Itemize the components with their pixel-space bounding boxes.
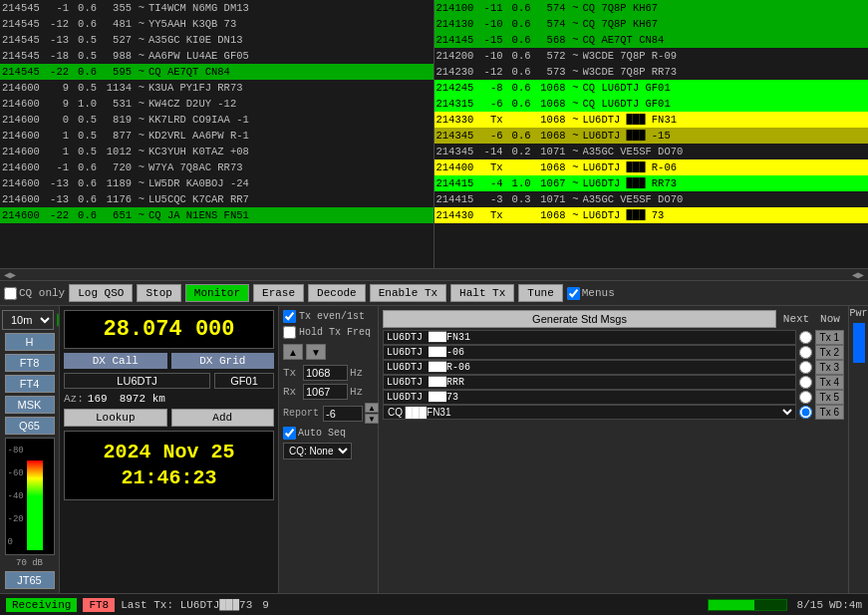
col-db: -1 [44, 0, 72, 16]
col-db: -13 [44, 175, 72, 191]
band-selector[interactable]: 10m [2, 310, 54, 330]
tx-btn-1[interactable]: Tx 2 [815, 345, 844, 360]
col-freq: 574 [534, 16, 569, 32]
table-row[interactable]: 214345 -14 0.2 1071 ~ A35GC VE5SF DO70 [434, 144, 869, 159]
cq-only-checkbox[interactable] [4, 287, 17, 300]
tx-btn-3[interactable]: Tx 4 [815, 375, 844, 390]
col-freq: 1071 [534, 191, 569, 207]
table-row[interactable]: 214230 -12 0.6 573 ~ W3CDE 7Q8P RR73 [434, 64, 869, 80]
tx-indicator [57, 313, 59, 327]
col-db: -22 [44, 64, 72, 80]
col-freq: 1068 [534, 159, 569, 175]
col-tilde: ~ [135, 32, 148, 48]
ft8-button[interactable]: FT8 [5, 354, 55, 372]
tx-btn-2[interactable]: Tx 3 [815, 360, 844, 375]
col-db: -12 [478, 64, 506, 80]
table-row[interactable]: 214330 Tx 1068 ~ LU6DTJ ███ FN31 [434, 112, 869, 128]
scroll-right3-icon[interactable]: ▶ [858, 269, 864, 281]
az-label: Az: [64, 393, 84, 405]
table-row[interactable]: 214545 -22 0.6 595 ~ CQ AE7QT CN84 [0, 64, 434, 80]
lookup-button[interactable]: Lookup [64, 409, 167, 427]
table-row[interactable]: 214600 -22 0.6 651 ~ CQ JA N1ENS FN51 [0, 207, 434, 223]
col-time: 214600 [2, 191, 44, 207]
table-row[interactable]: 214245 -8 0.6 1068 ~ CQ LU6DTJ GF01 [434, 80, 869, 96]
log-qso-button[interactable]: Log QSO [69, 284, 133, 302]
table-row[interactable]: 214545 -18 0.5 988 ~ AA6PW LU4AE GF05 [0, 48, 434, 64]
table-row[interactable]: 214315 -6 0.6 1068 ~ CQ LU6DTJ GF01 [434, 96, 869, 112]
arrow-buttons: ▲ ▼ [283, 344, 374, 360]
table-row[interactable]: 214415 -3 0.3 1071 ~ A35GC VE5SF DO70 [434, 191, 869, 207]
table-row[interactable]: 214600 1 0.5 877 ~ KD2VRL AA6PW R-1 [0, 128, 434, 144]
msg-radio-3[interactable] [799, 376, 812, 389]
table-row[interactable]: 214430 Tx 1068 ~ LU6DTJ ███ 73 [434, 207, 869, 223]
col-time: 214415 [436, 175, 478, 191]
table-row[interactable]: 214345 -6 0.6 1068 ~ LU6DTJ ███ -15 [434, 128, 869, 144]
stop-button[interactable]: Stop [137, 284, 180, 302]
table-row[interactable]: 214600 9 0.5 1134 ~ K3UA PY1FJ RR73 [0, 80, 434, 96]
msg-panel: Generate Std Msgs Next Now LU6DTJ ███FN3… [379, 306, 848, 593]
scroll-right-icon[interactable]: ▶ [10, 269, 16, 281]
decode-button[interactable]: Decode [308, 284, 366, 302]
jt65-button[interactable]: JT65 [5, 571, 55, 589]
report-down-button[interactable]: ▼ [365, 414, 379, 424]
msg-radio-2[interactable] [799, 361, 812, 374]
tune-button[interactable]: Tune [518, 284, 562, 302]
add-button[interactable]: Add [171, 409, 275, 427]
freq-up-button[interactable]: ▲ [283, 344, 303, 360]
frequency-display: 28.074 000 [64, 310, 274, 349]
tx-btn-4[interactable]: Tx 5 [815, 390, 844, 405]
freq-down-button[interactable]: ▼ [306, 344, 326, 360]
menus-checkbox-label[interactable]: Menus [567, 287, 615, 300]
dx-call-label: DX Call [64, 353, 167, 369]
table-row[interactable]: 214145 -15 0.6 568 ~ CQ AE7QT CN84 [434, 32, 869, 48]
msg-radio-0[interactable] [799, 331, 812, 344]
menus-checkbox[interactable] [567, 287, 580, 300]
col-dt: 0.6 [72, 207, 100, 223]
autoseq-checkbox[interactable] [283, 427, 296, 440]
hold-tx-label: Hold Tx Freq [299, 327, 371, 338]
h-button[interactable]: H [5, 333, 55, 351]
rx-freq-input[interactable] [303, 384, 348, 400]
table-row[interactable]: 214600 1 0.5 1012 ~ KC3YUH K0TAZ +08 [0, 144, 434, 159]
enable-tx-button[interactable]: Enable Tx [370, 284, 446, 302]
dx-call-input[interactable] [64, 373, 210, 389]
ft4-button[interactable]: FT4 [5, 375, 55, 393]
table-row[interactable]: 214400 Tx 1068 ~ LU6DTJ ███ R-06 [434, 159, 869, 175]
q65-button[interactable]: Q65 [5, 417, 55, 435]
tx-freq-input[interactable] [303, 365, 348, 381]
table-row[interactable]: 214545 -12 0.6 481 ~ YY5AAH K3QB 73 [0, 16, 434, 32]
table-row[interactable]: 214600 -13 0.6 1189 ~ LW5DR KA0BOJ -24 [0, 175, 434, 191]
table-row[interactable]: 214545 -13 0.5 527 ~ A35GC KI0E DN13 [0, 32, 434, 48]
cq-only-checkbox-label[interactable]: CQ only [4, 287, 65, 300]
rx-freq-row: Rx Hz [283, 384, 374, 400]
msg-radio-5[interactable] [799, 406, 812, 419]
table-row[interactable]: 214600 -1 0.6 720 ~ W7YA 7Q8AC RR73 [0, 159, 434, 175]
report-input[interactable] [323, 406, 363, 422]
generate-button[interactable]: Generate Std Msgs [383, 310, 776, 328]
rx-freq-unit: Hz [350, 386, 363, 398]
report-up-button[interactable]: ▲ [365, 403, 379, 413]
col-time: 214245 [436, 80, 478, 96]
dx-grid-input[interactable] [214, 373, 274, 389]
halt-tx-button[interactable]: Halt Tx [450, 284, 514, 302]
msg-radio-1[interactable] [799, 346, 812, 359]
table-row[interactable]: 214600 9 1.0 531 ~ KW4CZ D2UY -12 [0, 96, 434, 112]
table-row[interactable]: 214600 0 0.5 819 ~ KK7LRD CO9IAA -1 [0, 112, 434, 128]
tx-btn-0[interactable]: Tx 1 [815, 330, 844, 345]
monitor-button[interactable]: Monitor [185, 284, 249, 302]
erase-button[interactable]: Erase [253, 284, 304, 302]
msk-button[interactable]: MSK [5, 396, 55, 414]
table-row[interactable]: 214600 -13 0.6 1176 ~ LU5CQC K7CAR RR7 [0, 191, 434, 207]
table-row[interactable]: 214100 -11 0.6 574 ~ CQ 7Q8P KH67 [434, 0, 869, 16]
tx-even-checkbox[interactable] [283, 310, 296, 323]
msg-select-5[interactable]: CQ ███FN31 [383, 405, 796, 420]
col-msg: CQ AE7QT CN84 [583, 32, 867, 48]
table-row[interactable]: 214545 -1 0.6 355 ~ TI4WCM N6MG DM13 [0, 0, 434, 16]
tx-btn-5[interactable]: Tx 6 [815, 405, 844, 420]
cq-select[interactable]: CQ: None [283, 443, 352, 460]
hold-tx-checkbox[interactable] [283, 326, 296, 339]
table-row[interactable]: 214130 -10 0.6 574 ~ CQ 7Q8P KH67 [434, 16, 869, 32]
msg-radio-4[interactable] [799, 391, 812, 404]
table-row[interactable]: 214200 -10 0.6 572 ~ W3CDE 7Q8P R-09 [434, 48, 869, 64]
table-row[interactable]: 214415 -4 1.0 1067 ~ LU6DTJ ███ RR73 [434, 175, 869, 191]
